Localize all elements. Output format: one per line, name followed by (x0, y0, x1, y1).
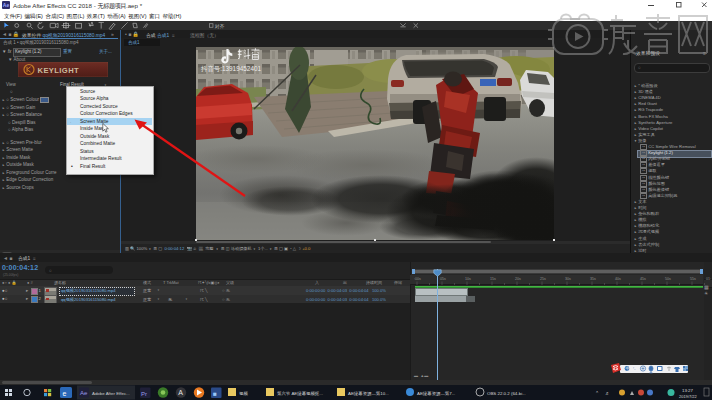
svg-text:Adobe After Effec...: Adobe After Effec... (92, 391, 130, 396)
svg-text:05s: 05s (440, 277, 446, 281)
svg-text:15s: 15s (490, 277, 496, 281)
svg-text:Pr: Pr (141, 391, 147, 397)
svg-text:35s: 35s (590, 277, 596, 281)
svg-text:AE绿幕资源—第10...: AE绿幕资源—第10... (348, 391, 389, 396)
svg-text:OBS 22.0.2 (64-bi...: OBS 22.0.2 (64-bi... (487, 391, 526, 396)
svg-text:ʼ·: ʼ· (633, 365, 636, 371)
svg-text:抖音号:13919452401: 抖音号:13919452401 (200, 65, 261, 73)
svg-text:40s: 40s (615, 277, 621, 281)
svg-text:50s: 50s (665, 277, 671, 281)
svg-text:45s: 45s (640, 277, 646, 281)
svg-text:30s: 30s (565, 277, 571, 281)
svg-text:A: A (178, 389, 183, 396)
svg-text:⌃: ⌃ (595, 390, 599, 396)
svg-text::00s: :00s (414, 277, 421, 281)
svg-text:2019/7/22: 2019/7/22 (679, 394, 698, 399)
svg-text:01:: 01: (706, 277, 711, 281)
svg-text:对齐: 对齐 (215, 23, 225, 29)
svg-text:中: 中 (626, 366, 631, 371)
svg-text:20s: 20s (515, 277, 521, 281)
svg-text:10s: 10s (465, 277, 471, 281)
svg-text:■: ■ (213, 390, 217, 397)
svg-text:Ae: Ae (80, 390, 88, 396)
svg-text:视频: 视频 (239, 391, 248, 396)
svg-text:♬: ♬ (605, 390, 610, 396)
svg-text:AE绿幕资源—第7...: AE绿幕资源—第7... (417, 391, 455, 396)
svg-text:25s: 25s (540, 277, 546, 281)
svg-text:13:27: 13:27 (682, 388, 694, 393)
svg-text:e: e (63, 390, 67, 397)
svg-text:第六节 AE绿幕视频抠...: 第六节 AE绿幕视频抠... (277, 391, 323, 396)
svg-text:KEYLIGHT: KEYLIGHT (38, 66, 80, 75)
svg-text:55s: 55s (690, 277, 696, 281)
